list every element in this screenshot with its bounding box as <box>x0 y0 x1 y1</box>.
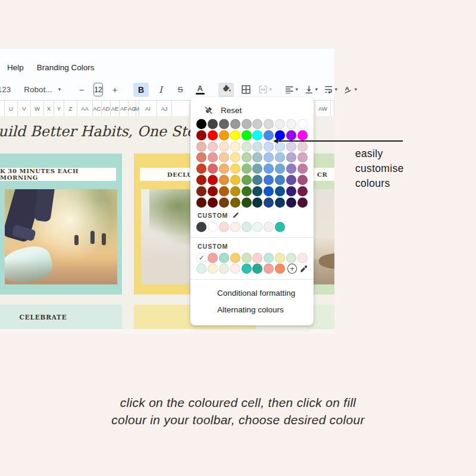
custom-color[interactable] <box>219 222 229 232</box>
add-custom-color-button[interactable]: + <box>287 264 297 274</box>
custom-color[interactable] <box>219 264 229 274</box>
palette-color[interactable] <box>275 152 285 162</box>
palette-color[interactable] <box>252 186 262 196</box>
palette-color[interactable] <box>196 164 206 174</box>
custom-color[interactable] <box>242 253 252 263</box>
column-header-AD[interactable]: AD <box>102 101 111 117</box>
custom-color[interactable] <box>252 264 262 274</box>
custom-color[interactable] <box>208 253 218 263</box>
palette-color[interactable] <box>219 142 229 152</box>
palette-color[interactable] <box>264 164 274 174</box>
palette-color[interactable] <box>242 130 252 140</box>
custom-color[interactable] <box>286 253 296 263</box>
column-header-X[interactable]: X <box>44 101 54 117</box>
column-header-W[interactable]: W <box>31 101 44 117</box>
palette-color[interactable] <box>298 164 308 174</box>
custom-color[interactable] <box>208 264 218 274</box>
column-header-Z[interactable]: Z <box>64 101 77 117</box>
borders-button[interactable] <box>238 83 253 97</box>
custom-color[interactable] <box>242 222 252 232</box>
custom-color[interactable] <box>264 253 274 263</box>
palette-color[interactable] <box>196 186 206 196</box>
palette-color[interactable] <box>230 152 240 162</box>
palette-color[interactable] <box>286 152 296 162</box>
palette-color[interactable] <box>264 152 274 162</box>
custom-color[interactable] <box>275 264 285 274</box>
palette-color[interactable] <box>264 186 274 196</box>
menu-item-branding-colors[interactable]: Branding Colors <box>37 63 95 72</box>
palette-color[interactable] <box>219 164 229 174</box>
custom-color[interactable] <box>275 222 285 232</box>
column-header-AC[interactable]: AC <box>93 101 102 117</box>
eyedropper-icon[interactable] <box>300 265 308 273</box>
palette-color[interactable] <box>208 164 218 174</box>
palette-color[interactable] <box>298 119 308 129</box>
palette-color[interactable] <box>275 186 285 196</box>
palette-color[interactable] <box>252 198 262 208</box>
conditional-formatting-option[interactable]: Conditional formatting <box>196 284 308 301</box>
palette-color[interactable] <box>219 119 229 129</box>
palette-color[interactable] <box>196 142 206 152</box>
palette-color[interactable] <box>298 130 308 140</box>
custom-color-selected[interactable]: ✓ <box>196 253 206 263</box>
palette-color[interactable] <box>208 119 218 129</box>
column-header-Y[interactable]: Y <box>54 101 64 117</box>
palette-color[interactable] <box>208 142 218 152</box>
palette-color[interactable] <box>219 186 229 196</box>
palette-color[interactable] <box>252 152 262 162</box>
palette-color[interactable] <box>196 152 206 162</box>
column-header-partial[interactable] <box>331 101 334 117</box>
custom-color[interactable] <box>242 264 252 274</box>
custom-color[interactable] <box>230 253 240 263</box>
palette-color[interactable] <box>208 152 218 162</box>
column-header-partial[interactable] <box>0 101 5 117</box>
custom-color[interactable] <box>264 222 274 232</box>
palette-color[interactable] <box>252 130 262 140</box>
palette-color[interactable] <box>298 198 308 208</box>
fill-color-button[interactable] <box>218 83 234 97</box>
palette-color[interactable] <box>230 130 240 140</box>
italic-button[interactable]: I <box>153 83 168 97</box>
palette-color[interactable] <box>275 175 285 185</box>
column-header-AE[interactable]: AE <box>111 101 120 117</box>
strikethrough-button[interactable]: S <box>173 83 188 97</box>
palette-color[interactable] <box>286 175 296 185</box>
palette-color[interactable] <box>264 119 274 129</box>
palette-color[interactable] <box>298 142 308 152</box>
palette-color[interactable] <box>242 119 252 129</box>
palette-color[interactable] <box>286 130 296 140</box>
palette-color[interactable] <box>242 152 252 162</box>
palette-color[interactable] <box>264 198 274 208</box>
merge-cells-button[interactable]: ▾ <box>258 83 273 97</box>
celebrate-strip[interactable]: CELEBRATE <box>0 305 122 329</box>
custom-color[interactable] <box>219 253 229 263</box>
column-header-U[interactable]: U <box>5 101 18 117</box>
palette-color[interactable] <box>230 186 240 196</box>
horizontal-align-button[interactable]: ▾ <box>284 83 299 97</box>
palette-color[interactable] <box>230 198 240 208</box>
edit-pencil-icon[interactable] <box>233 212 239 218</box>
palette-color[interactable] <box>264 142 274 152</box>
palette-color[interactable] <box>252 175 262 185</box>
palette-color[interactable] <box>298 152 308 162</box>
palette-color[interactable] <box>286 119 296 129</box>
palette-color[interactable] <box>242 164 252 174</box>
palette-color[interactable] <box>286 142 296 152</box>
alternating-colours-option[interactable]: Alternating colours <box>196 301 308 318</box>
bold-button[interactable]: B <box>133 83 149 97</box>
increase-font-size-button[interactable]: + <box>107 83 123 97</box>
palette-color[interactable] <box>196 175 206 185</box>
palette-color[interactable] <box>275 198 285 208</box>
palette-color[interactable] <box>286 164 296 174</box>
palette-color[interactable] <box>196 130 206 140</box>
column-header-partial[interactable] <box>172 101 190 117</box>
palette-color[interactable] <box>242 186 252 196</box>
column-header-AW[interactable]: AW <box>315 101 331 117</box>
custom-color[interactable] <box>196 264 206 274</box>
number-format-button[interactable]: 123 <box>0 86 11 94</box>
palette-color[interactable] <box>219 152 229 162</box>
decrease-font-size-button[interactable]: − <box>74 83 89 97</box>
font-family-selector[interactable]: Robot... ▾ <box>21 85 63 94</box>
custom-color[interactable] <box>275 253 285 263</box>
palette-color[interactable] <box>219 198 229 208</box>
